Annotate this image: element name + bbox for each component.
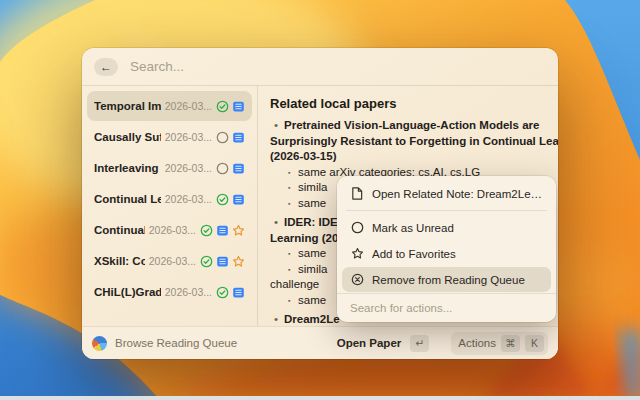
paper-date: 2026-03... (165, 131, 212, 143)
favorite-star-icon (232, 224, 245, 237)
action-menu-item-label: Open Related Note: Dream2Learn: Structur… (372, 188, 543, 200)
note-icon (232, 193, 245, 206)
remove-circle-icon (351, 273, 364, 286)
paper-title: Continual L... (94, 224, 145, 236)
paper-icons (216, 286, 245, 299)
note-icon (232, 162, 245, 175)
action-menu-item-label: Remove from Reading Queue (372, 274, 525, 286)
back-button[interactable]: ← (94, 58, 118, 76)
paper-title: CHiL(L)Grader:... (94, 286, 161, 298)
note-icon (232, 131, 245, 144)
paper-icons (216, 131, 245, 144)
context-label: Browse Reading Queue (115, 337, 237, 349)
actions-label: Actions (458, 337, 496, 349)
note-icon (216, 224, 229, 237)
search-bar: ← (82, 48, 558, 86)
action-menu-item-label: Mark as Unread (372, 222, 454, 234)
read-check-icon (216, 100, 229, 113)
paper-title: XSkill: Con... (94, 255, 145, 267)
favorite-star-icon (232, 255, 245, 268)
queue-list: Temporal Imbal... 2026-03... Causally Su… (82, 86, 258, 326)
action-menu-item[interactable]: Remove from Reading Queue (342, 267, 551, 292)
read-check-icon (200, 255, 213, 268)
paper-date: 2026-03... (149, 255, 196, 267)
document-icon (351, 187, 363, 200)
note-icon (232, 100, 245, 113)
queue-list-item[interactable]: Causally Suffici... 2026-03... (87, 122, 252, 152)
favorite-star-icon (351, 247, 364, 260)
launcher-window: ← Temporal Imbal... 2026-03... Ca (82, 48, 558, 359)
queue-list-item[interactable]: Continual Learni... 2026-03... (87, 184, 252, 214)
unread-circle-icon (351, 221, 364, 234)
paper-icons (216, 100, 245, 113)
paper-date: 2026-03... (165, 162, 212, 174)
action-menu-item[interactable]: Mark as Unread (342, 215, 551, 240)
screen-bottom-strip (0, 396, 640, 400)
paper-icons (200, 224, 245, 237)
detail-line: (2026-03-15) (270, 149, 546, 165)
action-menu-item-label: Add to Favorites (372, 248, 456, 260)
actions-popup-items: Open Related Note: Dream2Learn: Structur… (337, 176, 556, 293)
back-arrow-icon: ← (100, 60, 112, 74)
open-paper-button[interactable]: Open Paper (337, 337, 402, 349)
app-pinwheel-icon (92, 336, 107, 351)
paper-icons (216, 162, 245, 175)
queue-list-item[interactable]: CHiL(L)Grader:... 2026-03... (87, 277, 252, 307)
k-key-badge: K (525, 335, 544, 352)
detail-line: Pretrained Vision-Language-Action Models… (270, 118, 546, 134)
paper-title: Interleaving Sch... (94, 162, 161, 174)
note-icon (216, 255, 229, 268)
action-menu-item[interactable]: Open Related Note: Dream2Learn: Structur… (342, 181, 551, 206)
read-check-icon (216, 193, 229, 206)
queue-list-item[interactable]: Continual L... 2026-03... (87, 215, 252, 245)
footer-actions: Open Paper ↵ Actions ⌘ K (337, 332, 548, 355)
detail-line: Surprisingly Resistant to Forgetting in … (270, 134, 546, 150)
paper-title: Causally Suffici... (94, 131, 161, 143)
queue-list-item[interactable]: Interleaving Sch... 2026-03... (87, 153, 252, 183)
unread-circle-icon (216, 162, 229, 175)
search-input[interactable] (128, 58, 546, 75)
command-key-badge: ⌘ (501, 335, 520, 352)
status-bar: Browse Reading Queue Open Paper ↵ Action… (82, 326, 558, 359)
actions-popup: Open Related Note: Dream2Learn: Structur… (337, 176, 556, 322)
paper-date: 2026-03... (165, 286, 212, 298)
paper-date: 2026-03... (165, 100, 212, 112)
detail-heading: Related local papers (270, 96, 546, 111)
read-check-icon (200, 224, 213, 237)
paper-date: 2026-03... (149, 224, 196, 236)
paper-date: 2026-03... (165, 193, 212, 205)
desktop: ← Temporal Imbal... 2026-03... Ca (0, 0, 640, 400)
paper-title: Temporal Imbal... (94, 100, 161, 112)
read-check-icon (216, 286, 229, 299)
action-menu-item[interactable]: Add to Favorites (342, 241, 551, 266)
menu-divider (346, 210, 547, 211)
paper-title: Continual Learni... (94, 193, 161, 205)
actions-search-placeholder[interactable]: Search for actions... (337, 293, 556, 322)
unread-circle-icon (216, 131, 229, 144)
note-icon (232, 286, 245, 299)
paper-icons (216, 193, 245, 206)
queue-list-item[interactable]: XSkill: Con... 2026-03... (87, 246, 252, 276)
actions-button[interactable]: Actions ⌘ K (451, 332, 548, 355)
queue-list-item[interactable]: Temporal Imbal... 2026-03... (87, 91, 252, 121)
return-key-badge: ↵ (410, 335, 429, 352)
paper-icons (200, 255, 245, 268)
